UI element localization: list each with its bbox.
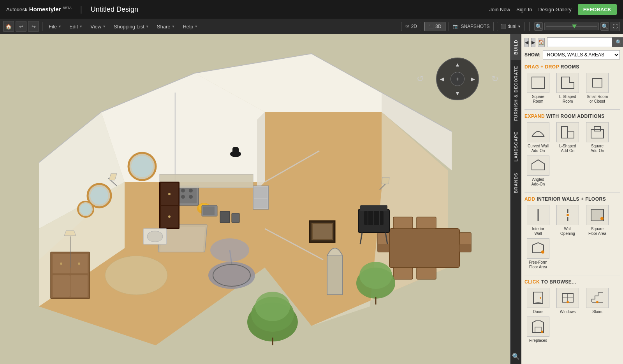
home-toolbar-button[interactable]: 🏠: [3, 21, 14, 32]
svg-point-28: [189, 189, 193, 192]
undo-button[interactable]: ↩: [16, 21, 26, 32]
l-addition-item[interactable]: L-ShapedAdd-On: [554, 122, 581, 153]
rotate-right-button[interactable]: ↻: [491, 74, 498, 84]
svg-point-64: [90, 187, 108, 205]
svg-rect-122: [535, 327, 541, 332]
view-menu[interactable]: View▼: [87, 22, 109, 31]
svg-point-123: [541, 331, 543, 333]
svg-rect-81: [327, 256, 343, 295]
view-2d-button[interactable]: 🗺 2D: [401, 22, 421, 31]
search-container: 🔍: [547, 37, 623, 47]
logo-area: Autodesk Homestyler BETA | Untitled Desi…: [6, 5, 138, 14]
square-room-item[interactable]: SquareRoom: [524, 73, 552, 104]
design-title: Untitled Design: [91, 5, 138, 14]
top-right-links: Join Now Sign In Design Gallery FEEDBACK: [489, 4, 617, 15]
svg-point-72: [60, 262, 62, 265]
design-gallery-link[interactable]: Design Gallery: [539, 7, 572, 12]
windows-item[interactable]: Windows: [554, 288, 581, 314]
3d-canvas[interactable]: ▲ ▼ ◀ ▶ ✛ ↺ ↻: [0, 34, 510, 364]
separator-2: [529, 22, 530, 31]
share-menu[interactable]: Share▼: [154, 22, 178, 31]
interior-grid: InteriorWall WallOpening SquareFloor Are…: [524, 205, 620, 270]
nav-up-button[interactable]: ▲: [455, 61, 460, 68]
tab-furnish-decorate[interactable]: FURNISH & DECORATE: [511, 60, 521, 126]
search-go-button[interactable]: 🔍: [612, 37, 623, 47]
tab-build[interactable]: BUILD: [511, 34, 521, 60]
expand-title: EXPAND WITH ROOM ADDITIONS: [524, 114, 620, 119]
interior-wall-icon: [527, 205, 549, 225]
sign-in-link[interactable]: Sign In: [516, 7, 532, 12]
snapshots-button[interactable]: 📷 SNAPSHOTS: [449, 22, 494, 31]
svg-point-19: [210, 238, 249, 262]
svg-point-29: [181, 195, 185, 199]
svg-point-114: [540, 297, 541, 299]
toolbar: 🏠 ↩ ↪ File▼ Edit▼ View▼ Shopping List▼ S…: [0, 19, 623, 34]
svg-point-87: [168, 193, 171, 195]
svg-rect-32: [389, 229, 459, 268]
join-now-link[interactable]: Join Now: [489, 7, 510, 12]
tab-brands[interactable]: BRANDS: [511, 167, 521, 199]
angled-addition-icon: [527, 156, 549, 176]
zoom-in-button[interactable]: 🔍: [600, 22, 609, 31]
curved-wall-item[interactable]: Curved WallAdd-On: [524, 122, 552, 153]
freeform-floor-item[interactable]: Free-FormFloor Area: [524, 238, 552, 270]
rotate-left-button[interactable]: ↺: [417, 74, 424, 84]
dual-button[interactable]: ⬛ dual ▼: [497, 22, 524, 31]
redo-button[interactable]: ↪: [28, 21, 39, 32]
feedback-button[interactable]: FEEDBACK: [578, 4, 617, 15]
svg-rect-103: [594, 126, 600, 131]
nav-down-button[interactable]: ▼: [455, 90, 460, 96]
svg-rect-37: [393, 217, 413, 229]
top-bar: Autodesk Homestyler BETA | Untitled Desi…: [0, 0, 623, 19]
nav-right-button[interactable]: ▶: [471, 76, 475, 82]
view-3d-button[interactable]: ⬛ 3D: [424, 22, 445, 31]
angled-addition-item[interactable]: AngledAdd-On: [524, 156, 552, 187]
svg-point-27: [181, 189, 185, 192]
zoom-out-button[interactable]: 🔍: [534, 22, 543, 31]
small-room-item[interactable]: Small Roomor Closet: [584, 73, 611, 104]
forward-button[interactable]: ▶: [531, 38, 535, 47]
square-floor-item[interactable]: SquareFloor Area: [584, 205, 611, 236]
file-menu[interactable]: File▼: [46, 22, 65, 31]
doors-item[interactable]: Doors: [524, 288, 552, 314]
home-button[interactable]: 🏠: [538, 38, 545, 47]
help-menu[interactable]: Help▼: [180, 22, 201, 31]
svg-point-88: [168, 215, 171, 218]
curved-wall-icon: [527, 122, 549, 142]
l-shaped-room-item[interactable]: L-ShapedRoom: [554, 73, 581, 104]
svg-point-16: [208, 262, 255, 289]
svg-rect-83: [232, 213, 239, 223]
back-button[interactable]: ◀: [524, 38, 529, 47]
drag-rooms-title: DRAG + DROP ROOMS: [524, 64, 620, 70]
svg-rect-36: [459, 244, 471, 252]
search-input[interactable]: [547, 37, 612, 47]
square-addition-item[interactable]: SquareAdd-On: [584, 122, 611, 153]
stairs-item[interactable]: Stairs: [584, 288, 611, 314]
svg-rect-38: [417, 217, 436, 229]
shopping-list-menu[interactable]: Shopping List▼: [111, 22, 152, 31]
autodesk-logo: Autodesk Homestyler BETA: [6, 6, 72, 13]
nav-ring: ▲ ▼ ◀ ▶ ✛: [436, 58, 479, 100]
svg-point-91: [105, 256, 167, 295]
square-floor-icon: [586, 205, 609, 225]
fullscreen-button[interactable]: ⛶: [611, 22, 620, 31]
wall-opening-item[interactable]: WallOpening: [554, 205, 581, 236]
svg-rect-93: [203, 206, 215, 215]
browse-grid: Doors Windows: [524, 288, 620, 343]
interior-wall-item[interactable]: InteriorWall: [524, 205, 552, 236]
svg-rect-71: [70, 275, 88, 297]
tab-landscape[interactable]: LANDSCAPE: [511, 126, 521, 167]
svg-marker-104: [532, 160, 544, 170]
svg-point-90: [147, 231, 163, 242]
toolbar-right: 🗺 2D ⬛ 3D 📷 SNAPSHOTS ⬛ dual ▼ 🔍 🔍 ⛶: [401, 22, 620, 31]
svg-point-62: [131, 156, 153, 177]
divider-2: [524, 192, 620, 192]
show-select[interactable]: ROOMS, WALLS & AREAS FLOOR PLAN FULL HOU…: [543, 50, 620, 60]
wall-opening-icon: [556, 205, 579, 225]
browse-title: CLICK TO BROWSE...: [524, 279, 620, 285]
fireplaces-icon: [527, 317, 549, 337]
nav-left-button[interactable]: ◀: [440, 76, 444, 82]
doors-icon: [527, 288, 549, 308]
edit-menu[interactable]: Edit▼: [66, 22, 86, 31]
fireplaces-item[interactable]: Fireplaces: [524, 317, 552, 343]
